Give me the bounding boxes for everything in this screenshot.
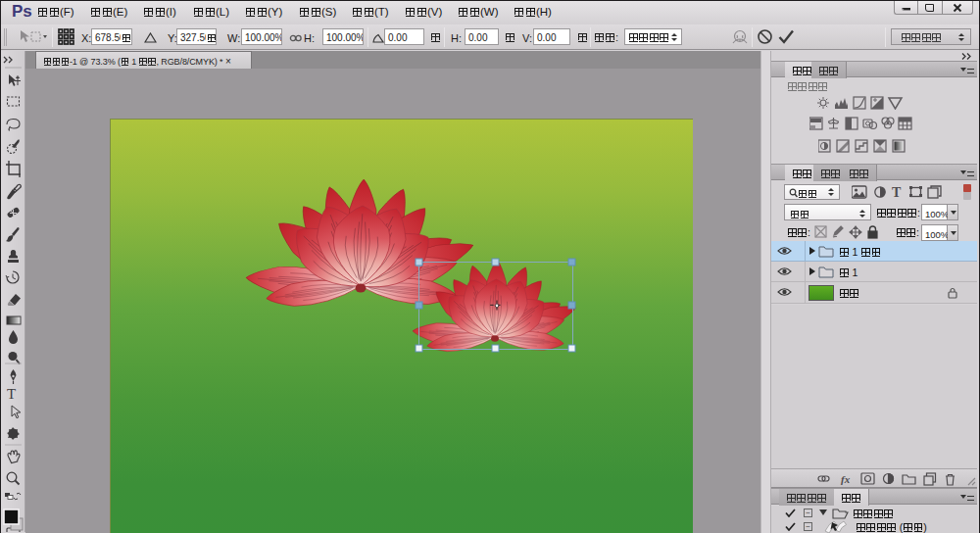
svg-text:T: T	[7, 386, 16, 402]
svg-text:fx: fx	[841, 473, 851, 485]
svg-text:T: T	[892, 185, 902, 200]
